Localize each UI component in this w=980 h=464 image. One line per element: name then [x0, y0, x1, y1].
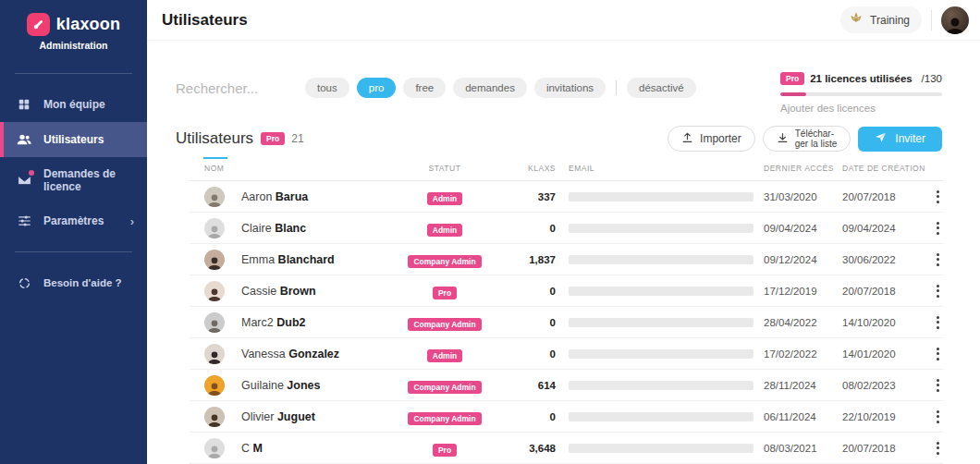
- filter-tous[interactable]: tous: [305, 78, 349, 98]
- table-row[interactable]: Guilaine Jones Company Admin 614 28/11/2…: [190, 370, 943, 401]
- filter-free[interactable]: free: [403, 78, 446, 98]
- table-row[interactable]: Aaron Barua Admin 337 31/03/2020 20/07/2…: [190, 181, 943, 213]
- row-menu-button[interactable]: [937, 379, 943, 392]
- column-header-nom[interactable]: NOM: [204, 164, 380, 173]
- filter-label: tous: [317, 82, 337, 93]
- download-list-button[interactable]: Téléchar- ger la liste: [763, 126, 851, 152]
- notification-dot: [29, 170, 34, 176]
- filter-label: demandes: [465, 82, 515, 93]
- section-title: Utilisateurs: [176, 129, 253, 148]
- invite-button[interactable]: Inviter: [858, 127, 942, 152]
- sidebar-divider: [15, 251, 132, 252]
- user-count: 21: [291, 132, 303, 145]
- import-label: Importer: [700, 132, 741, 145]
- user-avatar[interactable]: [941, 6, 969, 34]
- avatar: [204, 312, 225, 333]
- table-row[interactable]: C M Pro 3,648 08/03/2021 20/07/2018: [190, 433, 943, 464]
- table-row[interactable]: Vanessa Gonzalez Admin 0 17/02/2022 14/0…: [190, 338, 943, 370]
- sidebar-item-label: Demandes de licence: [43, 167, 134, 193]
- filter-label: désactivé: [639, 82, 684, 93]
- column-header-email[interactable]: EMAIL: [556, 164, 764, 173]
- sidebar-item-label: Paramètres: [43, 214, 104, 227]
- search-input[interactable]: [176, 80, 294, 96]
- column-header-dernier-acces[interactable]: DERNIER ACCÈS: [764, 164, 842, 173]
- sidebar-item-besoin-daide[interactable]: Besoin d'aide ?: [0, 265, 147, 300]
- row-menu-button[interactable]: [937, 222, 943, 235]
- table-row[interactable]: Marc2 Dub2 Company Admin 0 28/04/2022 14…: [190, 307, 943, 338]
- sidebar-item-utilisateurs[interactable]: Utilisateurs: [0, 122, 147, 157]
- training-button[interactable]: Training: [840, 6, 922, 33]
- filter-pills: tousprofreedemandesinvitationsdésactivé: [305, 78, 696, 98]
- creation-date: 14/01/2020: [842, 348, 914, 360]
- last-access-date: 31/03/2020: [764, 191, 842, 202]
- filter-label: invitations: [546, 82, 594, 93]
- last-access-date: 09/04/2024: [764, 223, 842, 234]
- sidebar-item-mon-equipe[interactable]: Mon équipe: [0, 87, 147, 122]
- import-button[interactable]: Importer: [668, 126, 755, 152]
- klaxs-count: 3,648: [509, 443, 556, 454]
- row-menu-button[interactable]: [937, 316, 943, 329]
- row-menu-button[interactable]: [937, 190, 943, 203]
- row-menu-button[interactable]: [937, 285, 943, 298]
- email-redacted: [569, 192, 753, 201]
- klaxoon-logo-icon: [27, 13, 50, 36]
- table-row[interactable]: Olivier Juguet Company Admin 0 06/11/202…: [190, 401, 943, 433]
- sidebar-item-parametres[interactable]: Paramètres ›: [0, 203, 147, 238]
- user-name: Guilaine Jones: [241, 379, 380, 392]
- avatar: [204, 344, 225, 364]
- column-header-klaxs[interactable]: KLAXS: [509, 164, 556, 173]
- table-header: NOM STATUT KLAXS EMAIL DERNIER ACCÈS DAT…: [190, 161, 943, 181]
- table-body: Aaron Barua Admin 337 31/03/2020 20/07/2…: [190, 181, 943, 464]
- upload-icon: [681, 131, 693, 147]
- filter-désactivé[interactable]: désactivé: [627, 78, 696, 98]
- filter-label: pro: [369, 82, 385, 93]
- avatar: [204, 250, 225, 270]
- page-title: Utilisateurs: [162, 11, 248, 30]
- status-badge: Admin: [427, 192, 462, 205]
- creation-date: 22/10/2019: [842, 411, 914, 422]
- filter-invitations[interactable]: invitations: [534, 78, 606, 98]
- avatar: [204, 218, 225, 238]
- add-licenses-link[interactable]: Ajouter des licences: [780, 103, 942, 114]
- row-menu-button[interactable]: [937, 410, 943, 423]
- user-name: Cassie Brown: [241, 285, 380, 298]
- sort-indicator: [203, 157, 227, 159]
- klaxs-count: 337: [509, 191, 556, 202]
- status-badge: Pro: [433, 287, 457, 299]
- status-badge: Company Admin: [408, 381, 481, 394]
- status-badge: Company Admin: [408, 255, 481, 268]
- filter-pro[interactable]: pro: [357, 78, 397, 98]
- avatar: [204, 375, 225, 396]
- email-redacted: [569, 349, 753, 359]
- column-header-date-creation[interactable]: DATE DE CRÉATION: [842, 164, 914, 173]
- user-name: Claire Blanc: [241, 222, 380, 235]
- pro-badge: Pro: [780, 72, 804, 85]
- row-menu-button[interactable]: [937, 348, 943, 360]
- creation-date: 14/10/2020: [842, 317, 914, 328]
- avatar: [204, 281, 225, 301]
- invite-label: Inviter: [895, 132, 925, 145]
- creation-date: 09/04/2024: [842, 223, 914, 234]
- brand-logo[interactable]: klaxoon Administration: [0, 0, 147, 60]
- row-menu-button[interactable]: [937, 253, 943, 266]
- row-menu-button[interactable]: [937, 442, 943, 455]
- filter-label: free: [415, 82, 434, 93]
- column-header-statut[interactable]: STATUT: [380, 164, 509, 173]
- users-table: NOM STATUT KLAXS EMAIL DERNIER ACCÈS DAT…: [190, 161, 943, 464]
- sliders-icon: [17, 214, 31, 228]
- table-row[interactable]: Emma Blanchard Company Admin 1,837 09/12…: [190, 244, 943, 275]
- app-window: klaxoon Administration Mon équipe Utilis…: [0, 0, 980, 464]
- user-name: Marc2 Dub2: [241, 316, 380, 329]
- table-row[interactable]: Cassie Brown Pro 0 17/12/2019 20/07/2018: [190, 275, 943, 307]
- last-access-date: 09/12/2024: [764, 254, 842, 265]
- last-access-date: 28/11/2024: [764, 380, 842, 391]
- download-label-line1: Téléchar-: [795, 128, 838, 140]
- klaxs-count: 0: [509, 223, 556, 234]
- brand-name: klaxoon: [56, 15, 120, 34]
- license-progress-fill: [780, 92, 806, 96]
- filter-demandes[interactable]: demandes: [453, 78, 527, 98]
- email-redacted: [569, 381, 753, 390]
- table-row[interactable]: Claire Blanc Admin 0 09/04/2024 09/04/20…: [190, 213, 943, 244]
- download-label-line2: ger la liste: [795, 139, 838, 150]
- sidebar-item-demandes-de-licence[interactable]: Demandes de licence: [0, 157, 147, 203]
